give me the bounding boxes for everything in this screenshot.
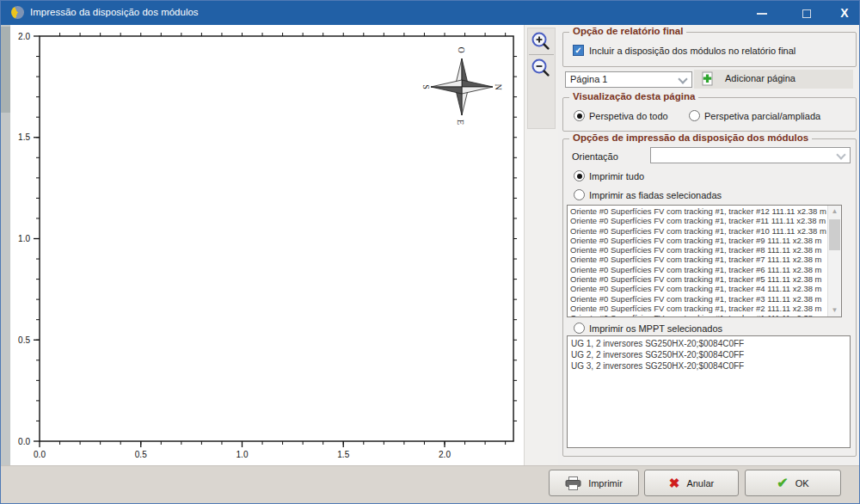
perspective-partial-label: Perspetiva parcial/ampliada <box>704 111 820 121</box>
page-view-group-title: Visualização desta página <box>569 91 698 101</box>
vertical-scrollbar[interactable]: ▲ ▼ <box>827 206 841 317</box>
page-combobox[interactable]: Página 1 <box>565 71 692 88</box>
window-title: Impressão da disposição dos módulos <box>30 7 199 17</box>
mppt-list: UG 1, 2 inversores SG250HX-20;$0084C0FFU… <box>568 336 850 447</box>
list-item[interactable]: UG 2, 2 inversores SG250HX-20;$0084C0FF <box>571 349 850 360</box>
zoom-out-icon <box>533 60 549 76</box>
printer-icon <box>565 476 581 490</box>
list-item[interactable]: Oriente #0 Superfícies FV com tracking #… <box>570 274 827 284</box>
list-item[interactable]: UG 3, 2 inversores SG250HX-20;$0084C0FF <box>571 360 850 372</box>
list-item[interactable]: Oriente #0 Superfícies FV com tracking #… <box>570 236 827 245</box>
zoom-in-icon <box>533 34 549 49</box>
print-rows-radio[interactable] <box>574 189 585 200</box>
ok-button[interactable]: ✔ OK <box>745 470 841 496</box>
list-item[interactable]: Oriente #0 Superfícies FV com tracking #… <box>570 206 827 216</box>
compass-east-label: E <box>456 120 465 125</box>
compass-west-label: O <box>457 46 466 52</box>
chevron-down-icon <box>678 74 687 83</box>
add-page-label: Adicionar página <box>725 73 796 83</box>
layout-plot: O N E S 0.00.51.01.52.00.00.51.01.52.0 <box>1 25 524 465</box>
cancel-x-icon: ✖ <box>669 476 680 491</box>
minimize-button[interactable] <box>747 1 777 25</box>
ok-button-label: OK <box>796 478 809 489</box>
mppt-listbox[interactable]: UG 1, 2 inversores SG250HX-20;$0084C0FFU… <box>567 335 851 448</box>
compass-north-label: N <box>494 83 503 89</box>
print-rows-label: Imprimir as fiadas selecionadas <box>589 190 722 200</box>
orientation-label: Orientação <box>572 151 618 162</box>
svg-text:0.5: 0.5 <box>18 335 30 345</box>
svg-text:0.5: 0.5 <box>135 450 147 459</box>
scroll-up-icon[interactable]: ▲ <box>828 206 841 218</box>
perspective-full-radio[interactable] <box>574 110 585 121</box>
print-mppt-radio[interactable] <box>574 323 585 334</box>
titlebar: Impressão da disposição dos módulos X <box>1 1 860 25</box>
print-mppt-label: Imprimir os MPPT selecionados <box>589 323 722 334</box>
list-item[interactable]: Oriente #0 Superfícies FV com tracking #… <box>570 304 827 313</box>
print-all-radio[interactable] <box>574 170 585 181</box>
page-combobox-value: Página 1 <box>570 74 607 84</box>
close-button[interactable]: X <box>830 1 859 25</box>
perspective-full-label: Perspetiva do todo <box>589 111 668 121</box>
list-item[interactable]: Oriente #0 Superfícies FV com tracking #… <box>570 226 827 236</box>
ok-check-icon: ✔ <box>777 475 788 491</box>
add-page-icon <box>699 71 716 87</box>
compass-south-label: S <box>421 84 431 89</box>
tracker-rows-listbox[interactable]: Oriente #0 Superfícies FV com tracking #… <box>567 205 842 317</box>
scroll-down-icon[interactable]: ▼ <box>828 304 841 317</box>
svg-text:0.0: 0.0 <box>34 450 46 459</box>
svg-text:2.0: 2.0 <box>439 450 451 459</box>
perspective-partial-radio[interactable] <box>689 110 700 121</box>
app-icon <box>11 6 24 19</box>
report-option-group-title: Opção de relatório final <box>569 26 686 36</box>
list-item[interactable]: UG 1, 2 inversores SG250HX-20;$0084C0FF <box>571 338 850 349</box>
svg-text:1.5: 1.5 <box>337 450 349 459</box>
include-layout-label: Incluir a disposição dos módulos no rela… <box>589 46 796 56</box>
maximize-icon <box>802 9 811 18</box>
print-button-label: Imprimir <box>588 478 623 489</box>
svg-text:1.0: 1.0 <box>236 450 249 459</box>
zoom-out-button[interactable] <box>531 58 552 79</box>
svg-text:0.0: 0.0 <box>18 437 30 446</box>
scrollbar-thumb[interactable] <box>829 219 840 250</box>
svg-text:2.0: 2.0 <box>18 32 30 41</box>
list-item[interactable]: Oriente #0 Superfícies FV com tracking #… <box>570 294 827 304</box>
list-item[interactable]: Oriente #0 Superfícies FV com tracking #… <box>570 265 827 274</box>
list-item[interactable]: Oriente #0 Superfícies FV com tracking #… <box>570 216 827 225</box>
include-layout-checkbox[interactable]: ✓ <box>573 45 584 56</box>
maximize-button[interactable] <box>792 1 821 25</box>
list-item[interactable]: Oriente #0 Superfícies FV com tracking #… <box>570 284 827 293</box>
orientation-combobox[interactable] <box>650 147 851 163</box>
list-item[interactable]: Oriente #0 Superfícies FV com tracking #… <box>570 245 827 255</box>
cancel-button-label: Anular <box>686 478 714 489</box>
toolbar-separator <box>529 54 554 55</box>
minimize-icon <box>757 13 767 15</box>
cancel-button[interactable]: ✖ Anular <box>644 470 739 496</box>
print-button[interactable]: Imprimir <box>549 470 639 496</box>
list-item[interactable]: Oriente #0 Superfícies FV com tracking #… <box>570 255 827 264</box>
add-page-button[interactable]: Adicionar página <box>694 70 853 89</box>
print-all-label: Imprimir tudo <box>589 171 644 181</box>
list-item[interactable]: Oriente #0 Superfícies FV com tracking #… <box>570 313 827 317</box>
tracker-rows-list: Oriente #0 Superfícies FV com tracking #… <box>568 206 827 317</box>
svg-text:1.0: 1.0 <box>18 234 30 243</box>
dialog-window: Impressão da disposição dos módulos X O … <box>0 0 860 504</box>
compass-rose-icon: O N E S <box>421 46 503 125</box>
print-options-group-title: Opções de impressão da disposição dos mó… <box>569 132 812 143</box>
chevron-down-icon <box>836 150 845 159</box>
svg-text:1.5: 1.5 <box>18 132 30 142</box>
zoom-in-button[interactable] <box>531 31 552 52</box>
